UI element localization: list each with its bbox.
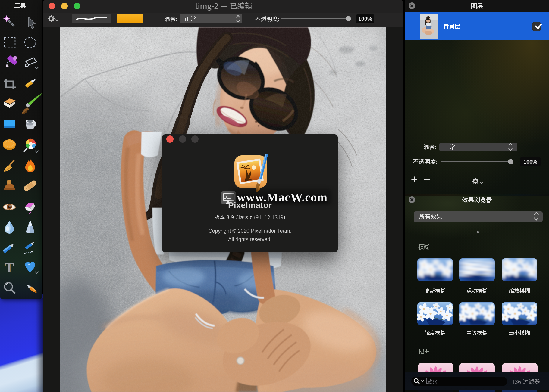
svg-text:T: T	[5, 260, 14, 275]
